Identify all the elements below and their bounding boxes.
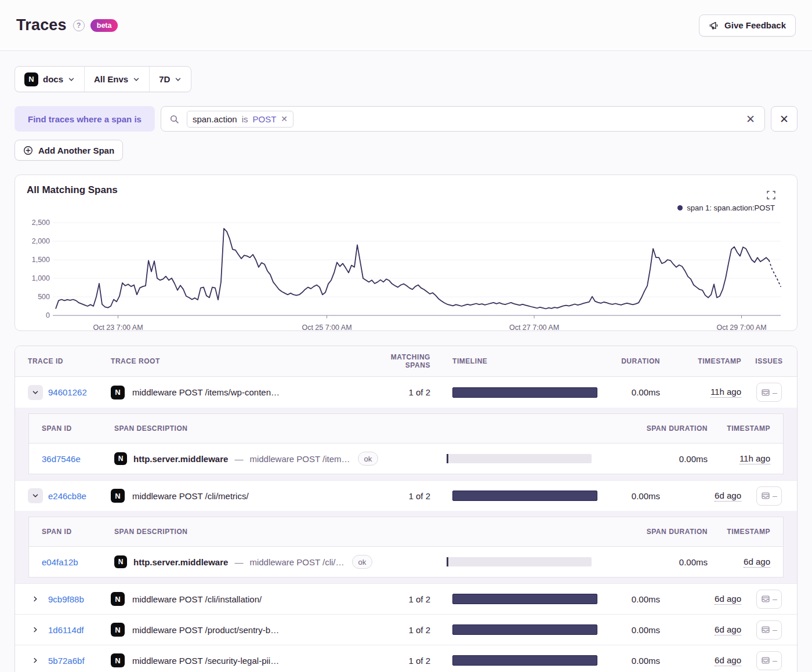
span-timeline-track [447,557,592,566]
collapse-chevron-button[interactable] [28,385,43,400]
span-duration: 0.00ms [592,454,708,464]
no-issues-dash: – [773,626,777,634]
spans-subtable-header: SPAN IDSPAN DESCRIPTIONSPAN DURATIONTIME… [29,517,783,547]
trace-row: 94601262Nmiddleware POST /items/wp-conte… [15,377,797,408]
page-filter-bar: N docs All Envs 7D [14,66,191,92]
trace-id-link[interactable]: 9cb9f88b [48,594,84,604]
trace-id-link[interactable]: 5b72a6bf [48,656,85,666]
column-header: TIMESTAMP [660,357,741,365]
project-selector[interactable]: N docs [15,67,84,92]
traces-table-header: TRACE IDTRACE ROOTMATCHING SPANSTIMELINE… [15,346,797,377]
span-description: middleware POST /cli/… [249,557,344,567]
traces-table: TRACE IDTRACE ROOTMATCHING SPANSTIMELINE… [14,346,798,672]
inbox-icon [761,491,770,500]
environment-selector[interactable]: All Envs [84,67,149,92]
issues-button[interactable]: – [756,590,782,609]
expand-chevron-button[interactable] [28,626,43,633]
trace-row: 1d6114dfNmiddleware POST /product/sentry… [15,614,797,645]
collapse-chevron-button[interactable] [28,488,43,503]
no-issues-dash: – [773,388,777,397]
token-operator: is [242,114,248,124]
chart-title: All Matching Spans [27,184,785,196]
add-another-span-button[interactable]: Add Another Span [14,140,123,161]
trace-root-text: middleware POST /items/wp-conten… [132,387,280,397]
matching-spans-count: 1 of 2 [379,656,430,666]
column-header: TIMELINE [430,357,597,365]
svg-text:500: 500 [38,293,50,301]
trace-duration: 0.00ms [597,387,660,397]
spans-subtable: SPAN IDSPAN DESCRIPTIONSPAN DURATIONTIME… [28,517,784,577]
nextjs-icon: N [111,653,125,667]
span-id-link[interactable]: e04fa12b [42,557,78,567]
span-search-input[interactable]: span.action is POST ✕ ✕ [161,106,765,132]
trace-timestamp[interactable]: 6d ago [715,624,741,635]
trace-id-link[interactable]: 94601262 [48,387,87,397]
span-timestamp[interactable]: 11h ago [740,453,770,464]
span-duration: 0.00ms [592,557,708,567]
spans-subtable: SPAN IDSPAN DESCRIPTIONSPAN DURATIONTIME… [28,413,784,474]
nextjs-icon: N [111,386,125,399]
no-issues-dash: – [773,492,777,500]
trace-id-link[interactable]: 1d6114df [48,625,84,635]
trace-timeline-bar [452,387,597,398]
nextjs-icon: N [111,489,125,503]
all-matching-spans-panel: All Matching Spans span 1: span.action:P… [14,175,798,331]
span-id-link[interactable]: 36d7546e [42,454,81,464]
chevron-down-icon [175,76,182,83]
give-feedback-button[interactable]: Give Feedback [699,14,796,37]
span-timestamp[interactable]: 6d ago [744,557,770,568]
issues-button[interactable]: – [756,651,782,670]
svg-text:0: 0 [46,311,50,319]
svg-text:1,000: 1,000 [32,274,50,282]
separator-dash: — [234,557,243,567]
column-header: SPAN DESCRIPTION [114,528,447,536]
nextjs-icon: N [24,72,38,86]
nextjs-icon: N [111,623,125,637]
trace-id-link[interactable]: e246cb8e [48,491,86,501]
matching-spans-count: 1 of 2 [379,387,430,397]
trace-duration: 0.00ms [597,625,660,635]
svg-text:2,000: 2,000 [32,237,50,245]
trace-duration: 0.00ms [597,491,660,501]
trace-duration: 0.00ms [597,656,660,666]
inbox-icon [761,656,770,665]
remove-span-row-button[interactable]: ✕ [771,106,798,132]
column-header: TIMESTAMP [708,424,770,433]
expand-chevron-button[interactable] [28,657,43,664]
chevron-down-icon [133,76,140,83]
trace-timestamp[interactable]: 6d ago [715,594,741,605]
search-icon [169,114,179,124]
matching-spans-count: 1 of 2 [379,594,430,604]
span-row: e04fa12bNhttp.server.middleware—middlewa… [29,547,783,577]
svg-text:Oct 23 7:00 AM: Oct 23 7:00 AM [93,324,143,332]
column-header: DURATION [597,357,660,365]
megaphone-icon [709,20,719,31]
legend-dot [677,205,683,210]
trace-timestamp[interactable]: 6d ago [715,491,741,502]
trace-timeline-bar [452,624,597,635]
issues-button[interactable]: – [756,486,782,506]
span-description: middleware POST /item… [249,454,350,464]
clear-search-icon[interactable]: ✕ [746,112,755,126]
trace-timestamp[interactable]: 11h ago [710,387,741,398]
column-header: SPAN ID [42,424,114,433]
trace-root-text: middleware POST /security-legal-pii… [132,656,279,666]
expand-chevron-button[interactable] [28,595,43,602]
trace-timeline-bar [452,594,597,604]
trace-root-text: middleware POST /product/sentry-b… [132,625,279,635]
column-header: SPAN ID [42,528,114,536]
nextjs-icon: N [114,452,127,465]
fullscreen-icon[interactable] [767,191,775,199]
trace-timestamp[interactable]: 6d ago [715,655,741,666]
issues-button[interactable]: – [756,620,782,640]
span-timeline-track [447,454,592,463]
token-remove-icon[interactable]: ✕ [281,114,288,123]
beta-badge: beta [90,19,118,32]
column-header: TRACE ID [28,357,111,365]
svg-text:2,500: 2,500 [32,219,50,227]
traces-table-body: 94601262Nmiddleware POST /items/wp-conte… [15,377,797,672]
help-icon[interactable]: ? [73,20,85,31]
issues-button[interactable]: – [756,383,782,402]
date-range-selector[interactable]: 7D [149,67,191,92]
span-operation: http.server.middleware [133,454,228,464]
